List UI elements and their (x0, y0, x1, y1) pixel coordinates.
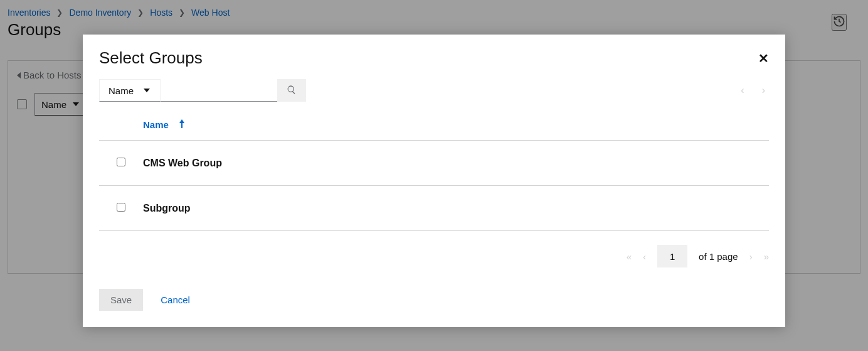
search-input[interactable] (161, 79, 277, 102)
search-icon (287, 85, 297, 97)
caret-down-icon (144, 89, 150, 92)
pager-first[interactable]: « (627, 251, 632, 262)
table-row: CMS Web Group (99, 141, 769, 186)
modal-title: Select Groups (99, 48, 203, 68)
compact-pager: ‹ › (741, 79, 769, 102)
search-button[interactable] (277, 79, 306, 102)
pager-prev[interactable]: ‹ (741, 85, 744, 95)
pager-next[interactable]: › (762, 85, 765, 95)
row-name[interactable]: Subgroup (143, 203, 191, 214)
column-header-name[interactable]: Name (143, 119, 185, 130)
svg-rect-0 (181, 122, 183, 128)
row-name[interactable]: CMS Web Group (143, 158, 222, 169)
close-button[interactable]: ✕ (758, 52, 769, 65)
cancel-button[interactable]: Cancel (161, 294, 190, 305)
pager-prev[interactable]: ‹ (643, 251, 646, 262)
search-filter-dropdown[interactable]: Name (99, 79, 161, 102)
row-checkbox[interactable] (117, 158, 125, 166)
select-groups-modal: Select Groups ✕ Name (83, 35, 785, 327)
modal-overlay[interactable]: Select Groups ✕ Name (0, 0, 868, 351)
pager-last[interactable]: » (764, 251, 769, 262)
page-of-text: of 1 page (699, 251, 738, 262)
pagination: « ‹ of 1 page › » (99, 245, 769, 267)
pager-next[interactable]: › (749, 251, 753, 262)
close-icon: ✕ (758, 51, 769, 65)
groups-table: Name CMS Web Group Subgroup (99, 119, 769, 231)
search-filter-label: Name (109, 85, 134, 96)
table-header: Name (99, 119, 769, 141)
table-row: Subgroup (99, 186, 769, 231)
modal-toolbar: Name ‹ › (99, 79, 769, 102)
page-input[interactable] (657, 245, 687, 267)
save-button[interactable]: Save (99, 289, 143, 311)
sort-asc-icon (179, 119, 185, 130)
row-checkbox[interactable] (117, 203, 125, 212)
